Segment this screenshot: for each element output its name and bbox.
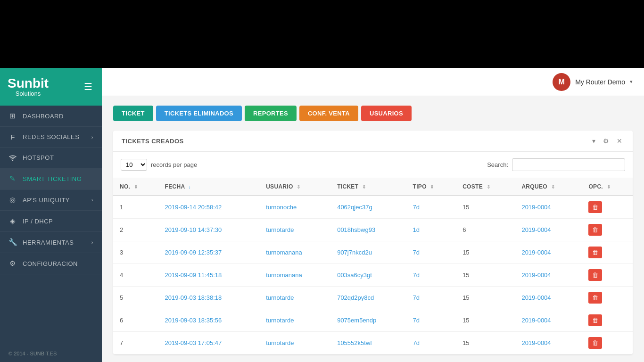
content-area: TICKET TICKETS ELIMINADOS REPORTES CONF.… (102, 96, 644, 362)
sidebar-item-label: DASHBOARD (23, 113, 64, 120)
usuario-link[interactable]: turnotarde (266, 339, 294, 346)
ticket-link[interactable]: 003sa6cy3gt (337, 272, 372, 279)
records-label: records per page (151, 161, 197, 168)
table-header-row: No. ⇕ Fecha ↓ Usuario ⇕ Ticket ⇕ Tipo ⇕ … (113, 178, 633, 196)
sidebar-item-label: AP's UBIQUITY (23, 197, 70, 204)
delete-button[interactable]: 🗑 (588, 247, 602, 258)
cell-tipo: 7d (406, 196, 456, 219)
col-ticket[interactable]: Ticket ⇕ (330, 178, 406, 196)
sidebar-item-configuracion[interactable]: ⚙ CONFIGURACION (0, 253, 102, 274)
sidebar-item-label: HERRAMIENTAS (23, 239, 74, 246)
usuario-link[interactable]: turnonoche (266, 204, 297, 211)
ticket-icon: ✎ (8, 174, 17, 183)
cell-arqueo: 2019-0004 (515, 196, 582, 219)
col-usuario[interactable]: Usuario ⇕ (259, 178, 330, 196)
tab-usuarios[interactable]: USUARIOS (361, 106, 412, 121)
table-controls: 10 25 50 100 records per page Search: (113, 152, 633, 178)
records-select[interactable]: 10 25 50 100 (121, 159, 147, 171)
ticket-link[interactable]: 702qd2py8cd (337, 294, 374, 301)
cell-arqueo: 2019-0004 (515, 332, 582, 354)
sidebar-item-label: HOTSPOT (23, 154, 54, 161)
sidebar-item-label: CONFIGURACION (23, 260, 78, 267)
ticket-link[interactable]: 907j7nkcd2u (337, 249, 372, 256)
usuario-link[interactable]: turnotarde (266, 226, 294, 233)
cell-usuario: turnonoche (259, 196, 330, 219)
cell-ticket: 003sa6cy3gt (330, 264, 406, 287)
sidebar-item-hotspot[interactable]: HOTSPOT (0, 148, 102, 168)
search-input[interactable] (512, 158, 625, 171)
ap-icon: ◎ (8, 196, 17, 204)
delete-button[interactable]: 🗑 (588, 201, 602, 213)
tab-reportes[interactable]: REPORTES (245, 106, 297, 121)
usuario-link[interactable]: turnomanana (266, 272, 302, 279)
cell-arqueo: 2019-0004 (515, 309, 582, 332)
sort-icon: ⇕ (607, 184, 611, 189)
delete-button[interactable]: 🗑 (588, 269, 602, 281)
cell-tipo: 1d (406, 219, 456, 241)
usuario-link[interactable]: turnotarde (266, 317, 294, 324)
col-coste[interactable]: Coste ⇕ (456, 178, 515, 196)
sidebar-item-label: REDES SOCIALES (23, 133, 79, 140)
cell-tipo: 7d (406, 264, 456, 287)
cell-opc: 🗑 (582, 196, 633, 219)
cell-no: 7 (113, 332, 158, 354)
table-row: 7 2019-09-03 17:05:47 turnotarde 105552k… (113, 332, 633, 354)
sidebar-item-herramientas[interactable]: 🔧 HERRAMIENTAS › (0, 232, 102, 253)
table-row: 1 2019-09-14 20:58:42 turnonoche 4062qje… (113, 196, 633, 219)
ticket-link[interactable]: 105552k5twf (337, 339, 372, 346)
logo-sub: Solutions (8, 90, 49, 97)
panel-minimize-button[interactable]: ▾ (590, 136, 597, 146)
sort-icon: ⇕ (134, 184, 138, 189)
ticket-link[interactable]: 4062qjec37g (337, 204, 372, 211)
col-arqueo[interactable]: Arqueo ⇕ (515, 178, 582, 196)
cell-coste: 6 (456, 219, 515, 241)
chevron-right-icon: › (91, 197, 93, 203)
cell-usuario: turnomanana (259, 241, 330, 264)
table-row: 3 2019-09-09 12:35:37 turnomanana 907j7n… (113, 241, 633, 264)
usuario-link[interactable]: turnomanana (266, 249, 302, 256)
user-name: My Router Demo (575, 78, 625, 86)
tab-conf-venta[interactable]: CONF. VENTA (299, 106, 358, 121)
col-opc[interactable]: Opc. ⇕ (582, 178, 633, 196)
table-row: 5 2019-09-03 18:38:18 turnotarde 702qd2p… (113, 287, 633, 309)
delete-button[interactable]: 🗑 (588, 292, 602, 304)
user-menu[interactable]: M My Router Demo ▾ (553, 73, 633, 91)
cell-opc: 🗑 (582, 287, 633, 309)
sidebar-item-ip-dhcp[interactable]: ◈ IP / DHCP (0, 211, 102, 232)
ticket-link[interactable]: 0018hsbwg93 (337, 226, 375, 233)
sidebar-item-dashboard[interactable]: ⊞ DASHBOARD (0, 106, 102, 127)
usuario-link[interactable]: turnotarde (266, 294, 294, 301)
cell-usuario: turnotarde (259, 219, 330, 241)
cell-ticket: 0018hsbwg93 (330, 219, 406, 241)
col-no[interactable]: No. ⇕ (113, 178, 158, 196)
col-fecha[interactable]: Fecha ↓ (158, 178, 260, 196)
sidebar-item-smart-ticketing[interactable]: ✎ SMART TICKETING (0, 168, 102, 189)
table-row: 4 2019-09-09 11:45:18 turnomanana 003sa6… (113, 264, 633, 287)
panel-settings-button[interactable]: ⚙ (601, 136, 611, 146)
col-tipo[interactable]: Tipo ⇕ (406, 178, 456, 196)
panel-close-button[interactable]: ✕ (615, 136, 624, 146)
delete-button[interactable]: 🗑 (588, 314, 602, 326)
delete-button[interactable]: 🗑 (588, 337, 602, 349)
tab-tickets-eliminados[interactable]: TICKETS ELIMINADOS (156, 106, 242, 121)
cell-opc: 🗑 (582, 264, 633, 287)
cell-tipo: 7d (406, 309, 456, 332)
sidebar-item-ap-ubiquity[interactable]: ◎ AP's UBIQUITY › (0, 189, 102, 211)
cell-ticket: 702qd2py8cd (330, 287, 406, 309)
tickets-panel: TICKETS CREADOS ▾ ⚙ ✕ 10 25 50 100 (113, 131, 633, 354)
cell-usuario: turnotarde (259, 332, 330, 354)
tabs-bar: TICKET TICKETS ELIMINADOS REPORTES CONF.… (113, 106, 633, 121)
hamburger-button[interactable]: ☰ (82, 79, 94, 94)
sidebar-item-redes-sociales[interactable]: f REDES SOCIALES › (0, 127, 102, 148)
cell-arqueo: 2019-0004 (515, 264, 582, 287)
delete-button[interactable]: 🗑 (588, 224, 602, 236)
cell-coste: 15 (456, 287, 515, 309)
cell-usuario: turnotarde (259, 287, 330, 309)
ticket-link[interactable]: 9075em5endp (337, 317, 376, 324)
cell-coste: 15 (456, 332, 515, 354)
cell-usuario: turnomanana (259, 264, 330, 287)
tab-ticket[interactable]: TICKET (113, 106, 153, 121)
sort-icon: ↓ (189, 184, 191, 189)
tools-icon: 🔧 (8, 238, 17, 247)
cell-fecha: 2019-09-09 12:35:37 (158, 241, 260, 264)
